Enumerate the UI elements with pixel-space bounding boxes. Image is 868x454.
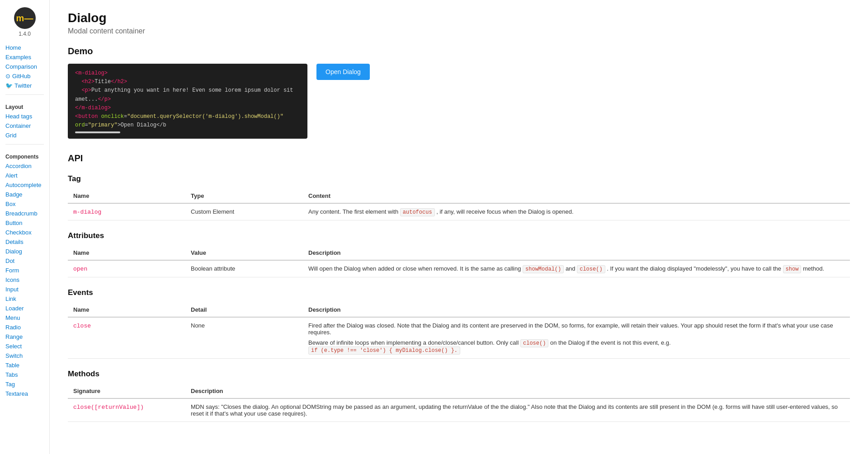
sidebar-item-textarea[interactable]: Textarea — [5, 389, 44, 398]
open-dialog-button[interactable]: Open Dialog — [316, 64, 370, 80]
event-detail-cell: None — [185, 317, 303, 359]
sidebar-item-button[interactable]: Button — [5, 219, 44, 227]
event-name-cell: close — [68, 317, 185, 359]
attr-name-cell: open — [68, 260, 185, 277]
sidebar-item-loader[interactable]: Loader — [5, 304, 44, 313]
methods-table: Signature Description close([returnValue… — [68, 384, 850, 422]
sidebar-item-breadcrumb[interactable]: Breadcrumb — [5, 209, 44, 218]
attr-col-desc: Description — [303, 246, 850, 260]
sidebar-item-icons[interactable]: Icons — [5, 276, 44, 284]
sidebar-item-grid[interactable]: Grid — [5, 131, 44, 140]
method-col-sig: Signature — [68, 384, 185, 398]
tag-content-cell: Any content. The first element with auto… — [303, 203, 850, 220]
sidebar-item-radio[interactable]: Radio — [5, 323, 44, 332]
tag-name-cell: m-dialog — [68, 203, 185, 220]
table-row: open Boolean attribute Will open the Dia… — [68, 260, 850, 277]
sidebar-item-menu[interactable]: Menu — [5, 314, 44, 322]
sidebar-item-table[interactable]: Table — [5, 361, 44, 370]
page-subtitle: Modal content container — [68, 27, 850, 35]
sidebar-item-switch[interactable]: Switch — [5, 351, 44, 360]
main-content: Dialog Modal content container Demo <m-d… — [50, 0, 868, 454]
sidebar-item-tag[interactable]: Tag — [5, 380, 44, 388]
twitter-icon: 🐦 — [5, 82, 13, 89]
github-icon: ⊙ — [5, 73, 10, 80]
sidebar-item-twitter[interactable]: 🐦 Twitter — [5, 81, 44, 90]
scrollbar[interactable] — [75, 131, 120, 133]
table-row: close None Fired after the Dialog was cl… — [68, 317, 850, 359]
tag-table: Name Type Content m-dialog Custom Elemen… — [68, 189, 850, 220]
table-row: m-dialog Custom Element Any content. The… — [68, 203, 850, 220]
sidebar: m— 1.4.0 Home Examples Comparison ⊙ GitH… — [0, 0, 50, 454]
method-name-cell: close([returnValue]) — [68, 398, 185, 422]
attributes-table: Name Value Description open Boolean attr… — [68, 246, 850, 277]
logo-container: m— 1.4.0 — [5, 7, 44, 37]
demo-section-title: Demo — [68, 46, 850, 56]
sidebar-item-alert[interactable]: Alert — [5, 171, 44, 180]
demo-container: <m-dialog> <h2>Title</h2> <p>Put anythin… — [68, 64, 850, 139]
sidebar-item-link[interactable]: Link — [5, 295, 44, 303]
attributes-subtitle: Attributes — [68, 231, 850, 240]
tag-col-content: Content — [303, 189, 850, 203]
layout-section-label: Layout — [5, 104, 44, 110]
method-col-desc: Description — [185, 384, 850, 398]
events-table: Name Detail Description close None Fired… — [68, 303, 850, 359]
table-row: close([returnValue]) MDN says: "Closes t… — [68, 398, 850, 422]
logo-icon: m— — [14, 7, 36, 29]
sidebar-item-comparison[interactable]: Comparison — [5, 62, 44, 71]
sidebar-item-range[interactable]: Range — [5, 332, 44, 341]
event-desc-cell: Fired after the Dialog was closed. Note … — [303, 317, 850, 359]
methods-subtitle: Methods — [68, 370, 850, 379]
tag-col-type: Type — [185, 189, 303, 203]
sidebar-item-accordion[interactable]: Accordion — [5, 162, 44, 170]
components-section-label: Components — [5, 154, 44, 160]
sidebar-item-input[interactable]: Input — [5, 285, 44, 294]
sidebar-item-dot[interactable]: Dot — [5, 257, 44, 265]
events-subtitle: Events — [68, 288, 850, 297]
page-title: Dialog — [68, 11, 850, 25]
sidebar-item-container[interactable]: Container — [5, 122, 44, 130]
code-preview: <m-dialog> <h2>Title</h2> <p>Put anythin… — [68, 64, 307, 139]
event-col-detail: Detail — [185, 303, 303, 317]
tag-type-cell: Custom Element — [185, 203, 303, 220]
sidebar-item-examples[interactable]: Examples — [5, 53, 44, 61]
attr-value-cell: Boolean attribute — [185, 260, 303, 277]
attr-col-name: Name — [68, 246, 185, 260]
sidebar-divider-2 — [5, 144, 44, 145]
logo-version: 1.4.0 — [19, 31, 31, 37]
sidebar-item-form[interactable]: Form — [5, 266, 44, 275]
method-desc-cell: MDN says: "Closes the dialog. An optiona… — [185, 398, 850, 422]
sidebar-item-github[interactable]: ⊙ GitHub — [5, 72, 44, 80]
api-section-title: API — [68, 153, 850, 164]
sidebar-item-box[interactable]: Box — [5, 200, 44, 208]
sidebar-item-tabs[interactable]: Tabs — [5, 370, 44, 379]
sidebar-item-details[interactable]: Details — [5, 238, 44, 246]
attr-col-value: Value — [185, 246, 303, 260]
sidebar-item-select[interactable]: Select — [5, 342, 44, 351]
sidebar-item-dialog[interactable]: Dialog — [5, 247, 44, 256]
sidebar-item-badge[interactable]: Badge — [5, 190, 44, 199]
sidebar-item-head-tags[interactable]: Head tags — [5, 112, 44, 121]
sidebar-item-home[interactable]: Home — [5, 43, 44, 52]
sidebar-item-autocomplete[interactable]: Autocomplete — [5, 181, 44, 189]
tag-subtitle: Tag — [68, 174, 850, 183]
tag-col-name: Name — [68, 189, 185, 203]
event-col-name: Name — [68, 303, 185, 317]
sidebar-item-checkbox[interactable]: Checkbox — [5, 228, 44, 237]
event-col-desc: Description — [303, 303, 850, 317]
sidebar-divider-1 — [5, 94, 44, 95]
attr-desc-cell: Will open the Dialog when added or close… — [303, 260, 850, 277]
